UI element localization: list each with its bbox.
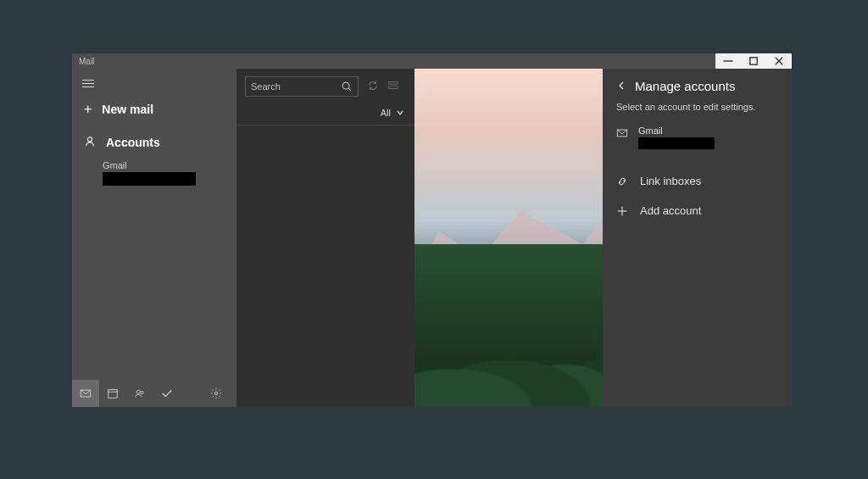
gear-icon <box>210 387 222 399</box>
svg-line-12 <box>348 88 351 91</box>
link-inboxes-label: Link inboxes <box>640 175 701 187</box>
new-mail-label: New mail <box>102 103 153 116</box>
search-input[interactable]: Search <box>245 76 359 97</box>
accounts-label: Accounts <box>106 136 160 149</box>
mail-icon <box>80 387 92 399</box>
svg-point-11 <box>342 82 349 89</box>
maximize-icon <box>748 55 760 67</box>
mail-app-window: Mail + New mail Accounts <box>72 53 792 407</box>
mail-icon <box>616 127 628 139</box>
select-icon <box>387 80 399 92</box>
titlebar: Mail <box>72 53 792 69</box>
account-email-redacted <box>103 172 196 186</box>
close-button[interactable] <box>766 53 792 69</box>
svg-point-9 <box>141 392 143 394</box>
minimize-icon <box>722 55 734 67</box>
select-mode-button[interactable] <box>387 80 399 94</box>
maximize-button[interactable] <box>741 53 766 69</box>
search-icon <box>341 81 353 92</box>
check-icon <box>161 387 173 399</box>
svg-rect-1 <box>750 58 757 64</box>
minimize-button[interactable] <box>715 53 741 69</box>
filter-dropdown[interactable]: All <box>236 104 415 125</box>
svg-rect-13 <box>389 81 398 84</box>
plus-icon: + <box>84 102 92 117</box>
link-inboxes-button[interactable]: Link inboxes <box>616 166 778 196</box>
add-account-label: Add account <box>640 204 701 217</box>
flyout-title: Manage accounts <box>635 79 735 93</box>
person-icon <box>84 136 96 150</box>
search-row: Search <box>236 69 415 104</box>
manage-accounts-flyout: Manage accounts Select an account to edi… <box>603 69 792 407</box>
list-divider <box>236 125 415 125</box>
sidebar-account-item[interactable]: Gmail <box>72 157 236 189</box>
search-placeholder: Search <box>251 81 281 92</box>
filter-label: All <box>381 108 391 118</box>
sync-button[interactable] <box>367 80 379 94</box>
message-list-pane: Search All <box>236 69 415 407</box>
calendar-tab[interactable] <box>99 380 126 407</box>
svg-rect-6 <box>108 390 118 398</box>
new-mail-button[interactable]: + New mail <box>72 95 236 124</box>
flyout-account-name: Gmail <box>638 125 715 136</box>
nav-pane: + New mail Accounts Gmail <box>72 69 236 407</box>
account-settings-item[interactable]: Gmail <box>616 125 778 149</box>
chevron-left-icon <box>616 81 626 91</box>
people-tab[interactable] <box>126 380 153 407</box>
sync-icon <box>367 80 379 92</box>
add-account-button[interactable]: Add account <box>616 196 778 226</box>
hamburger-icon <box>82 80 226 88</box>
hamburger-button[interactable] <box>72 69 236 95</box>
people-icon <box>134 387 146 399</box>
svg-point-10 <box>214 392 218 395</box>
todo-tab[interactable] <box>153 380 181 407</box>
window-title: Mail <box>79 57 94 66</box>
window-controls <box>715 53 792 69</box>
calendar-icon <box>107 387 119 399</box>
svg-point-4 <box>87 136 92 141</box>
settings-button[interactable] <box>203 380 230 407</box>
plus-icon <box>616 205 628 217</box>
main-area: + New mail Accounts Gmail <box>72 69 792 407</box>
flyout-header: Manage accounts <box>616 77 778 102</box>
flyout-account-email-redacted <box>638 137 715 149</box>
flyout-subtitle: Select an account to edit settings. <box>616 102 778 112</box>
mail-tab[interactable] <box>72 380 99 407</box>
chevron-down-icon <box>396 109 404 117</box>
accounts-header[interactable]: Accounts <box>72 124 236 157</box>
bottom-icon-bar <box>72 380 236 407</box>
account-name: Gmail <box>103 160 127 170</box>
back-button[interactable] <box>616 79 626 93</box>
svg-point-8 <box>136 390 140 393</box>
link-icon <box>616 175 628 187</box>
close-icon <box>773 55 785 67</box>
svg-rect-14 <box>389 86 398 88</box>
